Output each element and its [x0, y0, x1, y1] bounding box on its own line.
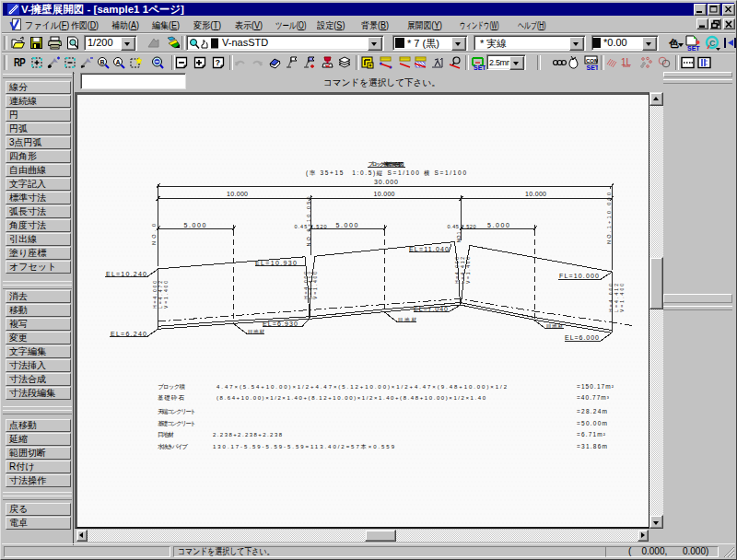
svg-text:0.45 2.520: 0.45 2.520 — [448, 224, 476, 229]
svg-text:=40.77m³: =40.77m³ — [577, 394, 610, 401]
svg-text:FL=10.000: FL=10.000 — [559, 273, 599, 279]
svg-text:V=1.400: V=1.400 — [163, 281, 169, 309]
svg-text:目地材: 目地材 — [398, 317, 417, 323]
svg-text:B: B — [100, 59, 105, 65]
svg-text:ブロック擁壁展開図: ブロック擁壁展開図 — [368, 161, 405, 168]
svg-text:10.000: 10.000 — [525, 191, 546, 197]
svg-text:C: C — [709, 39, 716, 48]
svg-text:?: ? — [216, 58, 221, 67]
svg-text:5.000: 5.000 — [336, 222, 358, 228]
svg-text:EL=6.240: EL=6.240 — [111, 331, 146, 337]
svg-text:水抜きパイプ: 水抜きパイプ — [158, 443, 188, 449]
svg-text:EL=11.040: EL=11.040 — [409, 246, 449, 252]
svg-text:NO.1+10.000: NO.1+10.000 — [606, 192, 612, 244]
svg-text:天端コンクリート: 天端コンクリート — [158, 408, 196, 414]
svg-text:A: A — [116, 59, 121, 65]
svg-text:V=1.400: V=1.400 — [619, 284, 625, 312]
svg-text:SET: SET — [687, 45, 700, 52]
svg-text:=150.17m²: =150.17m² — [577, 383, 614, 390]
svg-text:2.238+2.238+2.238: 2.238+2.238+2.238 — [213, 432, 283, 438]
svg-text:V=1.400: V=1.400 — [465, 257, 471, 284]
svg-text:EL=6.000: EL=6.000 — [565, 334, 599, 341]
svg-text:=6.71m²: =6.71m² — [577, 431, 606, 438]
svg-text:5.000: 5.000 — [184, 222, 206, 228]
svg-text:NO.1: NO.1 — [456, 232, 462, 243]
svg-text:EL=10.240: EL=10.240 — [106, 271, 146, 277]
svg-text:4.47×(5.54+10.00)×1/2+4.47×(5.: 4.47×(5.54+10.00)×1/2+4.47×(5.12+10.00)×… — [216, 384, 508, 390]
svg-text:10.000: 10.000 — [227, 191, 248, 197]
svg-text:COM: COM — [586, 58, 598, 64]
svg-text:EL=6.930: EL=6.930 — [263, 321, 298, 327]
svg-text:ブロック積: ブロック積 — [158, 383, 186, 390]
svg-text:10.000: 10.000 — [374, 191, 395, 197]
svg-text:目地材: 目地材 — [546, 323, 564, 330]
svg-text:SET: SET — [474, 64, 485, 71]
svg-text:(率 35+15 1:0.5)縦 S=1/100 横 S=: (率 35+15 1:0.5)縦 S=1/100 横 S=1/100 — [306, 169, 466, 177]
svg-text:V=1.400: V=1.400 — [312, 272, 318, 299]
svg-text:EL=7.040: EL=7.040 — [414, 306, 448, 312]
svg-text:SET: SET — [587, 64, 599, 71]
svg-text:=28.24m: =28.24m — [577, 408, 607, 414]
svg-text:=50.00m: =50.00m — [577, 420, 607, 426]
svg-text:目地材: 目地材 — [158, 431, 175, 438]
svg-text:30.000: 30.000 — [374, 179, 398, 185]
svg-text:基礎砕石: 基礎砕石 — [158, 394, 185, 402]
svg-text:NO.0: NO.0 — [151, 224, 157, 245]
svg-text:EL=10.930: EL=10.930 — [255, 260, 297, 266]
svg-text:基礎コンクリート: 基礎コンクリート — [158, 420, 196, 427]
svg-text:5.000: 5.000 — [487, 222, 509, 228]
svg-text:目地材: 目地材 — [248, 329, 265, 335]
svg-text:1L: 1L — [621, 57, 632, 67]
svg-text:=31.86m: =31.86m — [577, 443, 607, 449]
svg-text:130.17-5.59-5.59-5.59=113.40/2: 130.17-5.59-5.59-5.59=113.40/2=57本×0.559 — [213, 444, 395, 449]
svg-text:NO.0+10.050: NO.0+10.050 — [306, 197, 311, 247]
svg-text:(8.64+10.00)×1/2×1.40+(8.12+10: (8.64+10.00)×1/2×1.40+(8.12+10.00)×1/2×1… — [216, 395, 486, 401]
